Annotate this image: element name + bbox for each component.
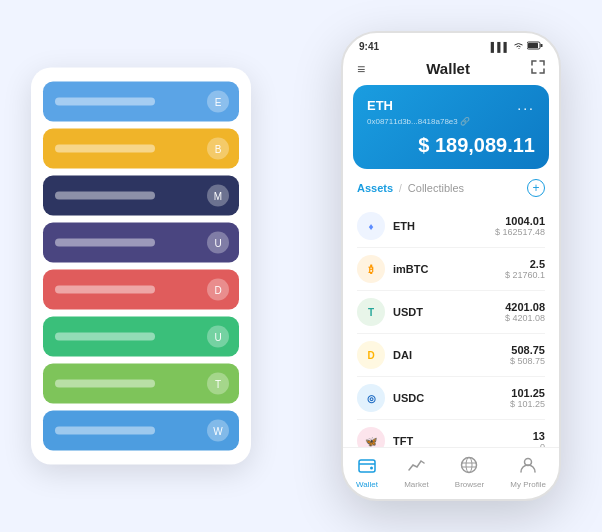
phone-header: ≡ Wallet bbox=[343, 56, 559, 85]
asset-name-imbtc: imBTC bbox=[393, 263, 505, 275]
asset-amount: 13 bbox=[533, 430, 545, 442]
nav-icon-my-profile bbox=[519, 456, 537, 478]
svg-rect-2 bbox=[541, 44, 543, 47]
battery-icon bbox=[527, 41, 543, 52]
asset-amount: 2.5 bbox=[505, 258, 545, 270]
asset-amount: 508.75 bbox=[510, 344, 545, 356]
assets-tabs: Assets / Collectibles bbox=[357, 182, 464, 194]
asset-icon-imbtc: ₿ bbox=[357, 255, 385, 283]
card-item[interactable]: B bbox=[43, 129, 239, 169]
scene: EBMUDUTW 9:41 ▌▌▌ bbox=[21, 16, 581, 516]
svg-point-4 bbox=[370, 467, 373, 470]
tab-assets[interactable]: Assets bbox=[357, 182, 393, 194]
time-display: 9:41 bbox=[359, 41, 379, 52]
asset-item-usdc[interactable]: ◎USDC101.25$ 101.25 bbox=[357, 377, 545, 420]
asset-values-tft: 130 bbox=[533, 430, 545, 447]
asset-usd: $ 101.25 bbox=[510, 399, 545, 409]
nav-icon-browser bbox=[460, 456, 478, 478]
asset-values-imbtc: 2.5$ 21760.1 bbox=[505, 258, 545, 280]
eth-banner-header: ETH ... bbox=[367, 97, 535, 113]
asset-name-dai: DAI bbox=[393, 349, 510, 361]
nav-item-my-profile[interactable]: My Profile bbox=[510, 456, 546, 489]
tab-collectibles[interactable]: Collectibles bbox=[408, 182, 464, 194]
asset-usd: $ 508.75 bbox=[510, 356, 545, 366]
asset-name-usdc: USDC bbox=[393, 392, 510, 404]
eth-balance: $ 189,089.11 bbox=[367, 134, 535, 157]
assets-header: Assets / Collectibles + bbox=[343, 179, 559, 205]
asset-name-eth: ETH bbox=[393, 220, 495, 232]
eth-address: 0x08711d3b...8418a78e3 🔗 bbox=[367, 117, 535, 126]
card-item[interactable]: D bbox=[43, 270, 239, 310]
asset-icon-usdc: ◎ bbox=[357, 384, 385, 412]
phone-mockup: 9:41 ▌▌▌ bbox=[341, 31, 561, 501]
asset-item-usdt[interactable]: TUSDT4201.08$ 4201.08 bbox=[357, 291, 545, 334]
svg-rect-1 bbox=[528, 43, 538, 48]
asset-values-eth: 1004.01$ 162517.48 bbox=[495, 215, 545, 237]
nav-label-my-profile: My Profile bbox=[510, 480, 546, 489]
nav-item-wallet[interactable]: Wallet bbox=[356, 456, 378, 489]
page-title: Wallet bbox=[426, 60, 470, 77]
card-item[interactable]: E bbox=[43, 82, 239, 122]
status-bar: 9:41 ▌▌▌ bbox=[343, 33, 559, 56]
asset-amount: 101.25 bbox=[510, 387, 545, 399]
nav-item-market[interactable]: Market bbox=[404, 456, 428, 489]
card-item[interactable]: T bbox=[43, 364, 239, 404]
asset-icon-dai: D bbox=[357, 341, 385, 369]
asset-values-usdt: 4201.08$ 4201.08 bbox=[505, 301, 545, 323]
eth-options[interactable]: ... bbox=[517, 97, 535, 113]
asset-values-usdc: 101.25$ 101.25 bbox=[510, 387, 545, 409]
asset-amount: 1004.01 bbox=[495, 215, 545, 227]
asset-amount: 4201.08 bbox=[505, 301, 545, 313]
card-item[interactable]: U bbox=[43, 317, 239, 357]
nav-icon-market bbox=[407, 456, 425, 478]
asset-usd: $ 162517.48 bbox=[495, 227, 545, 237]
add-asset-button[interactable]: + bbox=[527, 179, 545, 197]
svg-point-6 bbox=[466, 458, 472, 473]
asset-values-dai: 508.75$ 508.75 bbox=[510, 344, 545, 366]
wifi-icon bbox=[513, 41, 524, 52]
asset-list: ♦ETH1004.01$ 162517.48₿imBTC2.5$ 21760.1… bbox=[343, 205, 559, 447]
asset-name-tft: TFT bbox=[393, 435, 533, 447]
asset-item-imbtc[interactable]: ₿imBTC2.5$ 21760.1 bbox=[357, 248, 545, 291]
nav-label-market: Market bbox=[404, 480, 428, 489]
card-item[interactable]: W bbox=[43, 411, 239, 451]
eth-banner[interactable]: ETH ... 0x08711d3b...8418a78e3 🔗 $ 189,0… bbox=[353, 85, 549, 169]
asset-usd: $ 4201.08 bbox=[505, 313, 545, 323]
nav-item-browser[interactable]: Browser bbox=[455, 456, 484, 489]
card-item[interactable]: M bbox=[43, 176, 239, 216]
tab-divider: / bbox=[399, 183, 402, 194]
asset-item-tft[interactable]: 🦋TFT130 bbox=[357, 420, 545, 447]
asset-usd: $ 21760.1 bbox=[505, 270, 545, 280]
nav-label-browser: Browser bbox=[455, 480, 484, 489]
svg-rect-3 bbox=[359, 460, 375, 472]
asset-icon-usdt: T bbox=[357, 298, 385, 326]
asset-item-eth[interactable]: ♦ETH1004.01$ 162517.48 bbox=[357, 205, 545, 248]
nav-label-wallet: Wallet bbox=[356, 480, 378, 489]
card-stack: EBMUDUTW bbox=[31, 68, 251, 465]
bottom-nav: WalletMarketBrowserMy Profile bbox=[343, 447, 559, 499]
svg-point-5 bbox=[462, 458, 477, 473]
asset-name-usdt: USDT bbox=[393, 306, 505, 318]
status-icons: ▌▌▌ bbox=[491, 41, 543, 52]
nav-icon-wallet bbox=[358, 456, 376, 478]
eth-label: ETH bbox=[367, 98, 393, 113]
asset-item-dai[interactable]: DDAI508.75$ 508.75 bbox=[357, 334, 545, 377]
card-item[interactable]: U bbox=[43, 223, 239, 263]
expand-icon[interactable] bbox=[531, 60, 545, 77]
menu-icon[interactable]: ≡ bbox=[357, 61, 365, 77]
signal-icon: ▌▌▌ bbox=[491, 42, 510, 52]
asset-icon-eth: ♦ bbox=[357, 212, 385, 240]
asset-icon-tft: 🦋 bbox=[357, 427, 385, 447]
